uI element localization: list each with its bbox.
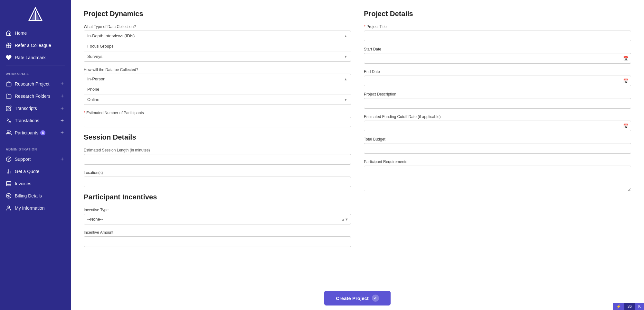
funding-cutoff-input[interactable] (364, 121, 631, 131)
sidebar-item-billing-details[interactable]: Billing Details (0, 190, 71, 202)
bottom-bar: Create Project ✓ (71, 286, 644, 310)
start-date-label: Start Date (364, 47, 631, 51)
sidebar-item-participants-label: Participants (15, 130, 38, 135)
translations-plus-icon[interactable]: + (59, 118, 65, 123)
funding-cutoff-field: Estimated Funding Cutoff Date (if applic… (364, 114, 631, 131)
data-collection-field: What Type of Data Collection? In-Depth I… (84, 24, 351, 62)
sidebar-item-transcripts[interactable]: Transcripts + (0, 102, 71, 114)
incentive-type-field: Incentive Type --None-- Cash Gift Card C… (84, 208, 351, 224)
start-date-field: Start Date 📅 (364, 47, 631, 64)
heart-icon (6, 55, 12, 60)
invoice-icon (6, 181, 12, 187)
sidebar-item-support[interactable]: Support + (0, 153, 71, 165)
bar-chart-icon (6, 169, 12, 174)
listbox-item-phone[interactable]: Phone (84, 84, 351, 95)
participants-field: Estimated Number of Participants (84, 111, 351, 127)
sidebar-item-refer-colleague-label: Refer a Colleague (15, 43, 51, 48)
gift-icon (6, 42, 12, 48)
participant-req-label: Participant Requirements (364, 160, 631, 164)
project-desc-field: Project Description (364, 92, 631, 109)
listbox-item-online[interactable]: Online ▼ (84, 95, 351, 105)
dollar-icon (6, 193, 12, 199)
admin-section-label: ADMINISTRATION (0, 143, 71, 153)
user-icon (6, 205, 12, 211)
scroll-down-arrow: ▼ (344, 55, 347, 59)
sidebar-item-billing-details-label: Billing Details (15, 193, 42, 198)
listbox-item-idis[interactable]: In-Depth Interviews (IDIs) ▲ (84, 31, 351, 41)
incentive-amount-label: Incentive Amount (84, 230, 351, 235)
transcripts-plus-icon[interactable]: + (59, 105, 65, 111)
locations-label: Location(s) (84, 170, 351, 175)
project-dynamics-title: Project Dynamics (84, 10, 351, 18)
edit-icon (6, 105, 12, 111)
end-date-wrapper: 📅 (364, 76, 631, 86)
funding-cutoff-wrapper: 📅 (364, 121, 631, 131)
incentive-amount-input[interactable] (84, 236, 351, 247)
create-project-check-icon: ✓ (372, 295, 379, 302)
scroll-up-arrow: ▲ (344, 34, 347, 38)
translate-icon (6, 118, 12, 123)
listbox-item-surveys[interactable]: Surveys ▼ (84, 51, 351, 61)
incentive-type-select-wrapper: --None-- Cash Gift Card Check Other ▲▼ (84, 214, 351, 224)
divider-admin (6, 141, 65, 141)
briefcase-icon (6, 81, 12, 87)
incentive-type-label: Incentive Type (84, 208, 351, 212)
research-folders-plus-icon[interactable]: + (59, 93, 65, 99)
participants-plus-icon[interactable]: + (59, 130, 65, 136)
sidebar-item-refer-colleague[interactable]: Refer a Colleague (0, 39, 71, 51)
participant-req-field: Participant Requirements (364, 160, 631, 193)
svg-rect-5 (6, 83, 11, 86)
sidebar-item-research-project[interactable]: Research Project + (0, 78, 71, 90)
data-collection-label: What Type of Data Collection? (84, 24, 351, 29)
scroll-up-arrow-2: ▲ (344, 77, 347, 81)
listbox-item-focus-groups[interactable]: Focus Groups (84, 41, 351, 51)
locations-input[interactable] (84, 177, 351, 187)
support-plus-icon[interactable]: + (59, 156, 65, 162)
sidebar-item-research-folders[interactable]: Research Folders + (0, 90, 71, 102)
incentive-type-select[interactable]: --None-- Cash Gift Card Check Other (84, 214, 351, 224)
locations-field: Location(s) (84, 170, 351, 187)
listbox-item-in-person[interactable]: In-Person ▲ (84, 74, 351, 84)
divider-workspace (6, 66, 65, 66)
sidebar-item-get-a-quote[interactable]: Get a Quote (0, 165, 71, 178)
data-collection-listbox[interactable]: In-Depth Interviews (IDIs) ▲ Focus Group… (84, 31, 351, 62)
sidebar-item-participants[interactable]: Participants 8 + (0, 127, 71, 139)
participant-req-textarea[interactable] (364, 166, 631, 191)
workspace-section-label: WORKSPACE (0, 68, 71, 78)
incentives-title: Participant Incentives (84, 193, 351, 201)
create-project-button[interactable]: Create Project ✓ (324, 291, 391, 305)
sidebar-item-my-information-label: My Information (15, 205, 45, 211)
svg-point-6 (7, 131, 9, 132)
start-date-input[interactable] (364, 53, 631, 64)
total-budget-input[interactable] (364, 143, 631, 154)
end-date-input[interactable] (364, 76, 631, 86)
project-title-input[interactable] (364, 31, 631, 41)
funding-cutoff-label: Estimated Funding Cutoff Date (if applic… (364, 114, 631, 119)
project-desc-input[interactable] (364, 98, 631, 109)
data-collected-field: How will the Data be Collected? In-Perso… (84, 68, 351, 105)
participants-label: Estimated Number of Participants (84, 111, 351, 115)
end-date-label: End Date (364, 69, 631, 74)
status-letter: K (635, 303, 644, 310)
sidebar: Home Refer a Colleague Rate Landmark WOR… (0, 0, 71, 310)
sidebar-item-get-a-quote-label: Get a Quote (15, 169, 39, 174)
sidebar-item-invoices[interactable]: Invoices (0, 178, 71, 190)
project-desc-label: Project Description (364, 92, 631, 96)
left-column: Project Dynamics What Type of Data Colle… (84, 10, 351, 253)
question-icon (6, 156, 12, 162)
project-title-label: Project Title (364, 24, 631, 29)
data-collected-listbox[interactable]: In-Person ▲ Phone Online ▼ (84, 74, 351, 105)
session-length-label: Estimated Session Length (in minutes) (84, 148, 351, 152)
session-length-input[interactable] (84, 154, 351, 165)
participants-badge: 8 (40, 130, 45, 135)
sidebar-item-home-label: Home (15, 31, 27, 36)
sidebar-item-rate-landmark[interactable]: Rate Landmark (0, 51, 71, 64)
data-collected-label: How will the Data be Collected? (84, 68, 351, 72)
research-project-plus-icon[interactable]: + (59, 81, 65, 87)
sidebar-item-translations[interactable]: Translations + (0, 114, 71, 127)
svg-point-18 (8, 206, 10, 208)
sidebar-item-home[interactable]: Home (0, 27, 71, 39)
sidebar-item-my-information[interactable]: My Information (0, 202, 71, 214)
session-details-title: Session Details (84, 133, 351, 141)
participants-input[interactable] (84, 117, 351, 127)
